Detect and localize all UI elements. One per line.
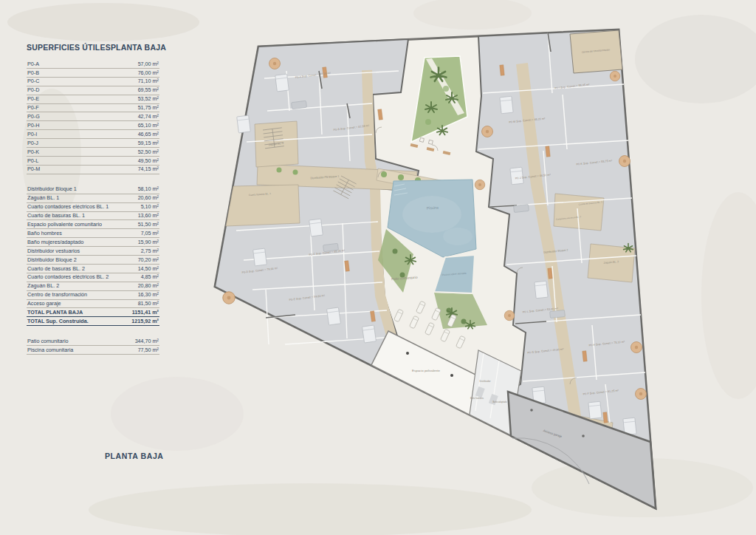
table-row: P0-K52,50 m² <box>27 148 159 157</box>
area-label: Cuarto contadores eléctricos BL. 1 <box>27 204 109 210</box>
table-row: P0-L49,50 m² <box>27 157 159 166</box>
area-label: Cuarto de basuras BL. 2 <box>27 266 85 272</box>
area-value: 14,50 m² <box>138 266 159 272</box>
table-row: Baño mujeres/adaptado15,90 m² <box>27 238 159 247</box>
area-label: Cuarto contadores eléctricos BL. 2 <box>27 274 109 280</box>
area-value: 42,74 m² <box>138 114 159 120</box>
area-value: 74,15 m² <box>138 166 159 172</box>
table-row: Zaguán BL. 220,80 m² <box>27 282 159 291</box>
area-label: P0-K <box>27 149 39 155</box>
page: Piscina Piscina sobre elevada Patio comu… <box>0 0 756 535</box>
plan-label-espacio: Espacio polivalente <box>412 369 440 372</box>
unit-areas-list: P0-A57,00 m² P0-B76,00 m² P0-C71,10 m² P… <box>27 60 159 174</box>
area-label: P0-F <box>27 105 39 111</box>
area-label: Baño hombres <box>27 231 62 236</box>
area-value: 7,05 m² <box>141 231 159 236</box>
table-row: Patio comunitario344,70 m² <box>27 337 159 346</box>
area-label: Baño mujeres/adaptado <box>27 239 83 245</box>
area-value: 20,60 m² <box>138 195 159 201</box>
panel-title-left: SUPERFICIES ÚTILES <box>27 43 111 52</box>
table-row: P0-A57,00 m² <box>27 60 159 69</box>
area-value: 77,50 m² <box>138 347 159 353</box>
areas-panel: SUPERFICIES ÚTILES PLANTA BAJA P0-A57,00… <box>27 43 159 366</box>
area-value: 52,50 m² <box>138 149 159 155</box>
area-value: 59,15 m² <box>138 140 159 146</box>
area-label: TOTAL PLANTA BAJA <box>27 310 83 316</box>
total-row: TOTAL PLANTA BAJA1151,41 m² <box>27 308 159 317</box>
area-value: 57,00 m² <box>138 61 159 67</box>
table-row: Baño hombres7,05 m² <box>27 229 159 238</box>
area-value: 65,10 m² <box>138 123 159 129</box>
area-label: Espacio polivalente comunitario <box>27 222 102 228</box>
area-label: TOTAL Sup. Construida. <box>27 318 89 324</box>
table-row: P0-C71,10 m² <box>27 78 159 86</box>
area-label: P0-B <box>27 70 39 76</box>
area-value: 49,50 m² <box>138 158 159 164</box>
table-row: Distribuidor Bloque 158,10 m² <box>27 185 159 194</box>
area-value: 20,80 m² <box>138 283 159 289</box>
areas-panel-header: SUPERFICIES ÚTILES PLANTA BAJA <box>27 43 159 52</box>
table-row: Zaguán BL. 120,60 m² <box>27 194 159 203</box>
plan-label-vest-distribuidor: Distribuidor <box>479 380 490 383</box>
table-row: Cuarto de basuras BL. 113,60 m² <box>27 212 159 221</box>
area-label: Piscina comunitaria <box>27 347 73 353</box>
table-row: Distribuidor Bloque 270,20 m² <box>27 256 159 265</box>
area-label: P0-A <box>27 61 39 67</box>
area-value: 51,50 m² <box>138 222 159 228</box>
table-row: P0-I46,65 m² <box>27 130 159 139</box>
area-value: 53,52 m² <box>138 96 159 102</box>
table-row: P0-G42,74 m² <box>27 112 159 121</box>
area-value: 5,10 m² <box>141 204 159 210</box>
table-row: P0-J59,15 m² <box>27 139 159 148</box>
plan-label-bano-hombres: Baño hombres <box>470 397 484 400</box>
area-value: 51,75 m² <box>138 105 159 111</box>
area-label: Acceso garaje <box>27 301 61 307</box>
area-value: 69,55 m² <box>138 87 159 93</box>
table-row: Cuarto contadores eléctricos BL. 15,10 m… <box>27 203 159 212</box>
area-label: P0-G <box>27 114 40 120</box>
table-row: Cuarto de basuras BL. 214,50 m² <box>27 265 159 273</box>
area-label: P0-J <box>27 140 38 146</box>
area-value: 58,10 m² <box>138 186 159 192</box>
area-label: Centro de transformación <box>27 292 87 298</box>
area-value: 344,70 m² <box>135 338 159 344</box>
area-label: P0-I <box>27 132 37 137</box>
table-row: P0-H65,10 m² <box>27 121 159 130</box>
area-label: Cuarto de basuras BL. 1 <box>27 213 85 219</box>
area-value: 1215,92 m² <box>131 318 159 324</box>
area-label: Patio comunitario <box>27 338 69 344</box>
outdoor-areas-list: Patio comunitario344,70 m² Piscina comun… <box>27 337 159 355</box>
area-label: P0-H <box>27 123 39 129</box>
area-label: Zaguán BL. 2 <box>27 283 59 289</box>
plan-label-bano-adaptado: Baño adaptado <box>493 401 507 403</box>
table-row: P0-M74,15 m² <box>27 166 159 174</box>
area-value: 2,75 m² <box>141 248 159 254</box>
area-value: 46,65 m² <box>138 132 159 137</box>
page-title: PLANTA BAJA <box>105 451 164 460</box>
table-row: Cuarto contadores eléctricos BL. 24,85 m… <box>27 273 159 282</box>
panel-title-right: PLANTA BAJA <box>111 43 166 52</box>
area-label: P0-C <box>27 78 39 84</box>
area-value: 4,85 m² <box>141 274 159 280</box>
plan-label-piscina: Piscina <box>427 205 439 210</box>
table-row: Centro de transformación16,30 m² <box>27 291 159 300</box>
table-row: P0-D69,55 m² <box>27 86 159 95</box>
area-value: 15,90 m² <box>138 239 159 245</box>
table-row: P0-F51,75 m² <box>27 104 159 113</box>
area-label: P0-L <box>27 158 38 164</box>
area-value: 16,30 m² <box>138 292 159 298</box>
area-label: Distribuidor Bloque 2 <box>27 257 77 263</box>
total-row: TOTAL Sup. Construida.1215,92 m² <box>27 317 159 326</box>
area-value: 71,10 m² <box>138 78 159 84</box>
table-row: P0-E53,52 m² <box>27 95 159 104</box>
table-row: Piscina comunitaria77,50 m² <box>27 346 159 355</box>
area-value: 81,50 m² <box>138 301 159 307</box>
table-row: Espacio polivalente comunitario51,50 m² <box>27 220 159 229</box>
table-row: Distribuidor vestuarios2,75 m² <box>27 247 159 256</box>
table-row: Acceso garaje81,50 m² <box>27 300 159 309</box>
area-value: 1151,41 m² <box>132 310 159 316</box>
area-label: Zaguán BL. 1 <box>27 195 59 201</box>
area-value: 70,20 m² <box>138 257 159 263</box>
area-value: 13,60 m² <box>138 213 159 219</box>
table-row: P0-B76,00 m² <box>27 69 159 78</box>
